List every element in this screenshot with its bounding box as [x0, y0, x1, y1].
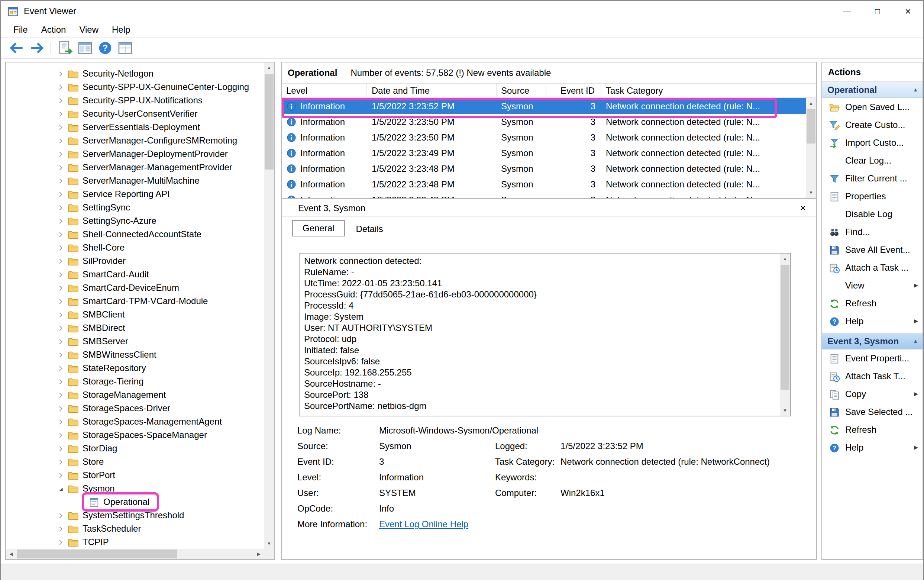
action-item[interactable]: Refresh ▶	[822, 421, 922, 439]
tree-expander-icon[interactable]	[56, 364, 65, 372]
preview-pane-button[interactable]	[117, 40, 133, 56]
action-item[interactable]: Save Selected ... ▶	[822, 403, 922, 421]
events-vscroll-thumb[interactable]	[807, 109, 815, 143]
tree-item[interactable]: ServerEssentials-Deployment	[6, 120, 264, 134]
tree-expander-icon[interactable]	[56, 190, 65, 198]
action-item[interactable]: Find... ▶	[822, 223, 922, 241]
console-tree-button[interactable]	[77, 40, 93, 56]
tree-expander-icon[interactable]	[56, 511, 65, 519]
action-item[interactable]: Filter Current ... ▶	[822, 170, 922, 187]
tree-expander-icon[interactable]	[56, 351, 65, 359]
tree-expander-icon[interactable]	[56, 337, 65, 345]
event-row[interactable]: Information 1/5/2022 3:23:50 PM Sysmon 3…	[282, 129, 806, 145]
tree-item[interactable]: Shell-Core	[6, 241, 264, 254]
tree-expander-icon[interactable]	[56, 284, 65, 292]
action-item[interactable]: Attach a Task ... ▶	[822, 259, 922, 277]
tree-item[interactable]: Shell-ConnectedAccountState	[6, 227, 264, 241]
collapse-icon[interactable]: ▲	[913, 338, 918, 344]
event-row[interactable]: Information 1/5/2022 3:23:48 PM Sysmon 3…	[282, 176, 806, 192]
tree-expander-icon[interactable]	[56, 310, 65, 319]
tree-item[interactable]: ServerManager-ManagementProvider	[6, 161, 264, 174]
tree-expander-icon[interactable]	[56, 471, 65, 479]
tree-item[interactable]: SettingSync	[6, 201, 264, 214]
action-item[interactable]: Disable Log ▶	[822, 205, 922, 223]
tree-item[interactable]: StorDiag	[6, 442, 264, 455]
tree-expander-icon[interactable]	[56, 244, 65, 252]
tree-item[interactable]: Security-SPP-UX-Notifications	[6, 94, 264, 107]
events-vertical-scrollbar[interactable]: ▲ ▼	[806, 98, 816, 198]
event-row[interactable]: Information 1/5/2022 3:23:52 PM Sysmon 3…	[282, 98, 806, 114]
tree-item[interactable]: TaskScheduler	[6, 522, 264, 536]
tree-expander-icon[interactable]	[56, 257, 65, 265]
close-button[interactable]: ×	[893, 1, 923, 21]
column-task-category[interactable]: Task Category	[602, 84, 816, 97]
action-item[interactable]: Help ▶	[822, 439, 922, 456]
tree-item[interactable]: SmartCard-DeviceEnum	[6, 281, 264, 295]
tree-item[interactable]: StorageSpaces-Driver	[6, 402, 264, 415]
tree-expander-icon[interactable]	[56, 163, 65, 171]
tree-expander-icon[interactable]	[56, 525, 65, 533]
tree-item[interactable]: SMBClient	[6, 308, 264, 321]
tree-expander-icon[interactable]	[56, 297, 65, 305]
scroll-up-icon[interactable]: ▲	[264, 63, 274, 73]
tree-item[interactable]: Security-SPP-UX-GenuineCenter-Logging	[6, 80, 264, 94]
tree-expander-icon[interactable]	[56, 377, 65, 386]
tree-expander-icon[interactable]	[56, 270, 65, 278]
menu-item[interactable]: File	[7, 21, 35, 37]
tree-item[interactable]: Store	[6, 455, 264, 468]
tree-vscroll-thumb[interactable]	[265, 74, 273, 170]
tree-item[interactable]: Operational	[6, 495, 264, 509]
menu-item[interactable]: Action	[35, 21, 73, 37]
minimize-button[interactable]: —	[832, 1, 862, 21]
tree-item[interactable]: StorageSpaces-ManagementAgent	[6, 415, 264, 428]
collapse-icon[interactable]: ▲	[913, 87, 918, 92]
tree-item[interactable]: StorageSpaces-SpaceManager	[6, 428, 264, 442]
menu-item[interactable]: Help	[105, 21, 137, 37]
tree-item[interactable]: StorageManagement	[6, 388, 264, 402]
tree-item[interactable]: StateRepository	[6, 361, 264, 375]
scroll-down-icon[interactable]: ▼	[264, 538, 274, 549]
tree-item[interactable]: ServerManager-ConfigureSMRemoting	[6, 134, 264, 147]
tree-expander-icon[interactable]	[56, 150, 65, 158]
action-item[interactable]: Copy ▶	[822, 385, 922, 403]
event-row[interactable]: Information 1/5/2022 3:23:48 PM Sysmon 3…	[282, 192, 806, 198]
tree-expander-icon[interactable]	[56, 484, 65, 493]
event-row[interactable]: Information 1/5/2022 3:23:49 PM Sysmon 3…	[282, 145, 806, 161]
tree-item[interactable]: Security-Netlogon	[6, 67, 264, 80]
tree-expander-icon[interactable]	[56, 96, 65, 104]
tree-expander-icon[interactable]	[56, 417, 65, 426]
tree-expander-icon[interactable]	[56, 137, 65, 145]
tree-item[interactable]: SystemSettingsThreshold	[6, 509, 264, 522]
tree-expander-icon[interactable]	[77, 498, 85, 506]
action-item[interactable]: Import Custo... ▶	[822, 134, 922, 152]
action-group-header[interactable]: Operational ▲	[822, 82, 922, 98]
export-log-button[interactable]	[57, 40, 73, 56]
column-level[interactable]: Level	[282, 84, 367, 97]
action-item[interactable]: View ▶	[822, 277, 922, 295]
action-item[interactable]: Help ▶	[822, 312, 922, 330]
tree-expander-icon[interactable]	[56, 83, 65, 91]
tree-expander-icon[interactable]	[56, 230, 65, 238]
tree-expander-icon[interactable]	[56, 176, 65, 185]
tree-item[interactable]: SMBServer	[6, 334, 264, 348]
tree-expander-icon[interactable]	[56, 538, 65, 546]
tree-expander-icon[interactable]	[56, 391, 65, 399]
action-item[interactable]: Open Saved L... ▶	[822, 98, 922, 116]
tree-item[interactable]: SettingSync-Azure	[6, 214, 264, 227]
action-item[interactable]: Clear Log... ▶	[822, 152, 922, 170]
action-item[interactable]: Save All Event... ▶	[822, 241, 922, 259]
tree-horizontal-scrollbar[interactable]: ◀ ▶	[6, 549, 264, 559]
action-item[interactable]: Event Properti... ▶	[822, 349, 922, 367]
tree-item[interactable]: SmartCard-TPM-VCard-Module	[6, 295, 264, 308]
scroll-up-icon[interactable]: ▲	[806, 98, 816, 109]
tree-expander-icon[interactable]	[56, 404, 65, 412]
maximize-button[interactable]: □	[862, 1, 893, 21]
column-source[interactable]: Source	[497, 84, 546, 97]
tree-item[interactable]: Storage-Tiering	[6, 375, 264, 388]
action-item[interactable]: Attach Task T... ▶	[822, 367, 922, 385]
tree-item[interactable]: ServerManager-MultiMachine	[6, 174, 264, 187]
tree-item[interactable]: Sysmon	[6, 482, 264, 495]
tree-expander-icon[interactable]	[56, 203, 65, 211]
tab-details[interactable]: Details	[346, 222, 393, 236]
tree-item[interactable]: SMBDirect	[6, 321, 264, 334]
